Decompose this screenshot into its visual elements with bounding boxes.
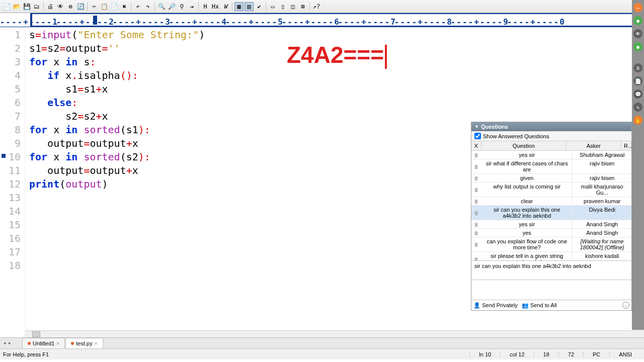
- save-icon[interactable]: 💾: [22, 2, 31, 11]
- question-row[interactable]: 🗑sir please tell in a given string count…: [471, 252, 631, 260]
- questions-header[interactable]: ▼ Questions: [471, 122, 631, 131]
- asker-name: Anand Singh: [573, 229, 631, 237]
- col-r[interactable]: R...: [621, 141, 631, 151]
- chat-icon[interactable]: 💬: [633, 89, 642, 99]
- question-text: clear: [481, 197, 573, 205]
- question-row[interactable]: 🗑sir what if different cases of chars ar…: [471, 159, 631, 174]
- delete-icon[interactable]: 🗑: [471, 237, 481, 251]
- scroll-thumb[interactable]: [32, 331, 40, 337]
- options-icon[interactable]: ⌄: [622, 302, 629, 309]
- question-row[interactable]: 🗑yes sirAnand Singh: [471, 220, 631, 229]
- panel1-icon[interactable]: ▦: [234, 2, 244, 11]
- question-row[interactable]: 🗑yes sirShubham Agrawal: [471, 151, 631, 159]
- tab-label: test.py: [76, 340, 92, 346]
- show-answered-checkbox[interactable]: [474, 133, 481, 139]
- print-icon[interactable]: 🖨: [46, 2, 55, 11]
- send-all-button[interactable]: 👥 Send to All: [522, 302, 557, 309]
- win4-icon[interactable]: ⊞: [298, 2, 307, 11]
- code-line[interactable]: s=input("Enter Some String:"): [29, 28, 640, 42]
- setup-icon[interactable]: ⚙: [66, 2, 75, 11]
- asker-name: rajiv bisen: [573, 159, 631, 173]
- code-line[interactable]: else:: [29, 96, 640, 110]
- pen-icon[interactable]: ✎: [633, 103, 642, 112]
- w-icon[interactable]: W: [221, 2, 230, 11]
- code-line[interactable]: s2=s2+x: [29, 110, 640, 123]
- pause-icon[interactable]: ⏸: [633, 63, 642, 72]
- line-number: 6: [0, 96, 21, 110]
- check-icon[interactable]: ✔: [255, 2, 264, 11]
- undo-icon[interactable]: ↶: [133, 2, 142, 11]
- paste-icon[interactable]: 📄: [110, 2, 119, 11]
- collapse-icon[interactable]: ▼: [474, 124, 479, 129]
- question-text: can you explain flow of code one more ti…: [481, 237, 573, 251]
- win2-icon[interactable]: ▯: [278, 2, 287, 11]
- delete-icon[interactable]: 🗑: [471, 159, 481, 173]
- close-icon[interactable]: ×: [95, 341, 98, 346]
- col-x[interactable]: X: [471, 141, 481, 151]
- hx-icon[interactable]: Hx: [211, 2, 220, 11]
- panel2-icon[interactable]: ▤: [245, 2, 254, 11]
- col-asker[interactable]: Asker: [567, 141, 621, 151]
- compose-area[interactable]: [471, 280, 631, 300]
- show-answered-label: Show Answered Questions: [483, 133, 549, 139]
- breakpoint-marker[interactable]: [2, 154, 6, 158]
- question-row[interactable]: 🗑givenrajiv bisen: [471, 174, 631, 183]
- open-icon[interactable]: 📂: [12, 2, 21, 11]
- win1-icon[interactable]: ▭: [268, 2, 277, 11]
- person-icon: 👤: [473, 302, 480, 309]
- code-line[interactable]: if x.isalpha():: [29, 69, 640, 82]
- cam-icon[interactable]: ●: [633, 16, 642, 25]
- eye-icon[interactable]: 👁: [633, 29, 642, 38]
- question-row[interactable]: 🗑yesAnand Singh: [471, 229, 631, 237]
- goto-icon[interactable]: ⇥: [187, 2, 196, 11]
- new-icon[interactable]: 📄: [2, 2, 11, 11]
- delete-icon[interactable]: 🗑: [471, 174, 481, 182]
- help-icon[interactable]: ↗?: [312, 2, 321, 11]
- preview-icon[interactable]: 👁: [56, 2, 65, 11]
- replace-icon[interactable]: ⚲: [177, 2, 186, 11]
- win3-icon[interactable]: ◫: [288, 2, 297, 11]
- delete-icon[interactable]: 🗑: [471, 229, 481, 237]
- refresh-icon[interactable]: 🔄: [76, 2, 85, 11]
- send-privately-button[interactable]: 👤 Send Privately: [473, 302, 518, 309]
- cut-icon[interactable]: ✂: [90, 2, 99, 11]
- delete-icon[interactable]: 🗑: [471, 220, 481, 228]
- question-row[interactable]: 🗑can you explain flow of code one more t…: [471, 237, 631, 252]
- doc-icon[interactable]: 📄: [633, 76, 642, 85]
- code-line[interactable]: s1=s1+x: [29, 82, 640, 96]
- col-question[interactable]: Question: [481, 141, 567, 151]
- tab-testpy[interactable]: test.py×: [65, 338, 103, 348]
- hand-icon[interactable]: ✋: [633, 116, 642, 125]
- asker-name: [Waiting for name 1800042] (Offline): [573, 237, 631, 251]
- status-mode: PC: [583, 351, 609, 357]
- questions-list[interactable]: 🗑yes sirShubham Agrawal🗑sir what if diff…: [471, 151, 631, 260]
- question-row[interactable]: 🗑why list output is coming sirmalli khar…: [471, 183, 631, 197]
- delete-icon[interactable]: 🗑: [471, 206, 481, 220]
- tab-untitled1[interactable]: Untitled1×: [22, 338, 65, 348]
- redo-icon[interactable]: ↷: [143, 2, 152, 11]
- copy-icon[interactable]: 📋: [100, 2, 109, 11]
- delete-icon[interactable]: 🗑: [471, 252, 481, 260]
- line-number: 7: [0, 110, 21, 123]
- question-detail: sir can you explain this one a4k3b2 into…: [471, 260, 631, 280]
- delete-icon[interactable]: 🗑: [471, 183, 481, 197]
- questions-table-header: X Question Asker R...: [471, 141, 631, 151]
- asker-name: rajiv bisen: [573, 174, 631, 182]
- question-row[interactable]: 🗑sir can you explain this one a4k3b2 int…: [471, 206, 631, 220]
- ruler[interactable]: ----+----1----+----2----+----3----+----4…: [0, 13, 644, 27]
- delete-icon[interactable]: 🗑: [471, 197, 481, 205]
- horizontal-scrollbar[interactable]: [25, 330, 644, 337]
- question-row[interactable]: 🗑clearpraveen kumar: [471, 197, 631, 206]
- mic-icon[interactable]: ●: [633, 42, 642, 51]
- delete-icon[interactable]: 🗑: [471, 151, 481, 159]
- findopt-icon[interactable]: 🔎: [167, 2, 176, 11]
- tab-left-icon[interactable]: ◂: [2, 339, 7, 346]
- leave-icon[interactable]: ←: [633, 3, 642, 12]
- close-icon[interactable]: ×: [56, 341, 59, 346]
- h1-icon[interactable]: H: [201, 2, 210, 11]
- main-toolbar: 📄 📂 💾 🗂 🖨 👁 ⚙ 🔄 ✂ 📋 📄 ✖ ↶ ↷ 🔍 🔎 ⚲ ⇥ H Hx…: [0, 0, 644, 13]
- delete-icon[interactable]: ✖: [120, 2, 129, 11]
- tab-right-icon[interactable]: ▸: [7, 339, 12, 346]
- saveall-icon[interactable]: 🗂: [32, 2, 41, 11]
- find-icon[interactable]: 🔍: [157, 2, 166, 11]
